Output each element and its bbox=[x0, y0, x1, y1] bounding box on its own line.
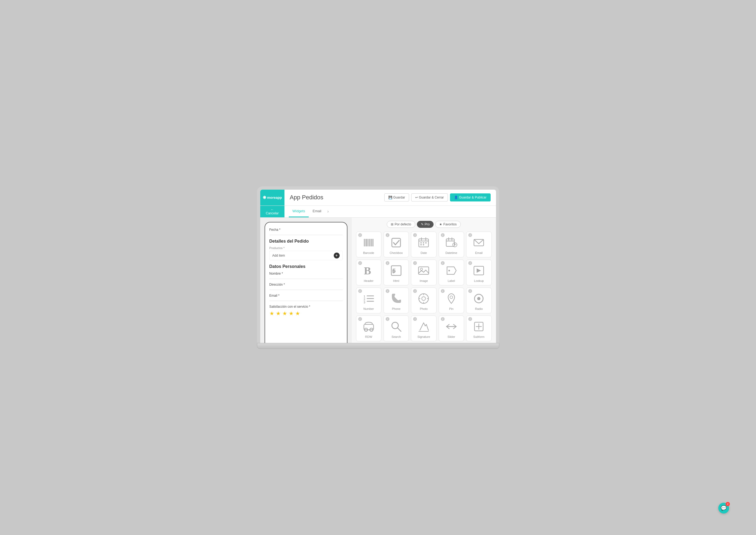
svg-point-48 bbox=[450, 296, 453, 298]
satisfaction-field: Satisfacción con el servicio * ★ ★ ★ ★ ★ bbox=[269, 305, 343, 317]
cancel-button[interactable]: ← Cancelar bbox=[260, 206, 284, 217]
products-field: Productos * Add item + bbox=[269, 246, 343, 260]
svg-rect-7 bbox=[373, 239, 374, 246]
signature-icon bbox=[417, 320, 431, 333]
barcode-label: Barcode bbox=[363, 251, 374, 254]
widget-label[interactable]: i Label bbox=[439, 260, 464, 285]
svg-rect-1 bbox=[365, 239, 366, 246]
nombre-label: Nombre * bbox=[269, 272, 343, 275]
phone-label: Phone bbox=[392, 307, 400, 310]
widget-checkbox[interactable]: i Checkbox bbox=[384, 232, 409, 257]
filter-default[interactable]: ⊞ Por defecto bbox=[387, 221, 415, 228]
widget-radio[interactable]: i Radio bbox=[466, 288, 491, 313]
widget-lookup-info: i bbox=[468, 261, 472, 265]
number-icon: 1 2 3 bbox=[362, 292, 376, 306]
widget-search-info: i bbox=[386, 317, 390, 321]
filter-favorites-label: Favoritos bbox=[443, 222, 456, 226]
save-close-button[interactable]: ↩ Guardar & Cerrar bbox=[411, 193, 448, 202]
svg-text:B: B bbox=[364, 265, 371, 276]
widget-subform[interactable]: i Subform bbox=[466, 316, 491, 341]
widget-slider[interactable]: i Slider bbox=[439, 316, 464, 341]
widget-image[interactable]: i Image bbox=[411, 260, 436, 285]
header-label: Header bbox=[364, 279, 374, 282]
star-1[interactable]: ★ bbox=[269, 310, 274, 317]
add-item-text: Add item bbox=[272, 254, 285, 257]
star-3[interactable]: ★ bbox=[282, 310, 287, 317]
filter-favorites[interactable]: ★ Favoritos bbox=[435, 221, 460, 228]
save-button[interactable]: 💾 Guardar bbox=[384, 193, 409, 202]
widget-email[interactable]: i Email bbox=[466, 232, 491, 257]
svg-point-50 bbox=[477, 297, 480, 300]
laptop-base bbox=[257, 343, 499, 349]
nombre-input[interactable] bbox=[269, 276, 343, 279]
widget-date[interactable]: i bbox=[411, 232, 436, 257]
slider-label: Slider bbox=[448, 335, 455, 338]
tab-more[interactable]: › bbox=[325, 209, 331, 214]
star-4[interactable]: ★ bbox=[289, 310, 294, 317]
widget-phone[interactable]: i Phone bbox=[384, 288, 409, 313]
direccion-input[interactable] bbox=[269, 288, 343, 290]
sidebar-brand: ❋ moreapp bbox=[260, 190, 284, 206]
widget-header[interactable]: i B Header bbox=[356, 260, 381, 285]
products-label: Productos * bbox=[269, 246, 343, 250]
widget-number[interactable]: i 1 2 3 Num bbox=[356, 288, 381, 313]
widget-rdw[interactable]: i RDW bbox=[356, 316, 381, 341]
save-publish-button[interactable]: 👤 Guardar & Publicar bbox=[450, 193, 490, 202]
svg-rect-15 bbox=[425, 242, 426, 243]
widget-datetime-info: i bbox=[441, 233, 445, 237]
widget-search[interactable]: i Search bbox=[384, 316, 409, 341]
stars-rating[interactable]: ★ ★ ★ ★ ★ bbox=[269, 310, 343, 317]
widget-subform-info: i bbox=[468, 317, 472, 321]
widget-slider-info: i bbox=[441, 317, 445, 321]
filter-pro-label: Pro bbox=[425, 222, 430, 226]
email-input[interactable] bbox=[269, 298, 343, 301]
date-icon bbox=[417, 236, 431, 250]
brand-text: ❋ moreapp bbox=[263, 195, 282, 200]
html-label: Html bbox=[393, 279, 399, 282]
svg-rect-4 bbox=[369, 239, 370, 246]
svg-rect-51 bbox=[364, 324, 374, 330]
tab-email[interactable]: Email bbox=[309, 206, 325, 217]
pin-icon bbox=[444, 292, 458, 306]
widget-header-info: i bbox=[358, 261, 362, 265]
tabs: Widgets Email › bbox=[284, 206, 496, 217]
widget-photo[interactable]: i Photo bbox=[411, 288, 436, 313]
widget-barcode-info: i bbox=[358, 233, 362, 237]
filter-pro[interactable]: ✎ Pro bbox=[417, 221, 434, 228]
nombre-field: Nombre * bbox=[269, 272, 343, 279]
widget-html-info: i bbox=[386, 261, 390, 265]
barcode-icon bbox=[362, 236, 376, 250]
photo-label: Photo bbox=[420, 307, 428, 310]
chat-button[interactable]: 💬 2 bbox=[718, 503, 729, 514]
widget-signature-info: i bbox=[413, 317, 417, 321]
star-5[interactable]: ★ bbox=[295, 310, 300, 317]
checkbox-icon bbox=[389, 236, 403, 250]
tab-widgets[interactable]: Widgets bbox=[289, 206, 309, 217]
app-container: ❋ moreapp App Pedidos 💾 Guardar ↩ Guarda… bbox=[260, 190, 496, 343]
widget-number-info: i bbox=[358, 289, 362, 293]
date-input[interactable] bbox=[269, 233, 343, 235]
chat-icon: 💬 bbox=[721, 505, 727, 511]
widget-pin[interactable]: i Pin bbox=[439, 288, 464, 313]
date-label-widget: Date bbox=[421, 251, 427, 254]
star-2[interactable]: ★ bbox=[276, 310, 281, 317]
search-icon bbox=[389, 320, 403, 333]
lookup-label: Lookup bbox=[474, 279, 484, 282]
add-item-button[interactable]: + bbox=[334, 253, 340, 259]
widget-image-info: i bbox=[413, 261, 417, 265]
signature-label: Signature bbox=[418, 335, 430, 338]
widget-html[interactable]: i 5 5 Html bbox=[384, 260, 409, 285]
section2-title: Datos Personales bbox=[269, 264, 343, 269]
svg-rect-3 bbox=[368, 239, 368, 246]
widget-datetime[interactable]: i bbox=[439, 232, 464, 257]
filter-default-label: Por defecto bbox=[394, 222, 411, 226]
filter-pro-icon: ✎ bbox=[421, 222, 423, 226]
widget-pin-info: i bbox=[441, 289, 445, 293]
email-field: Email * bbox=[269, 294, 343, 301]
widget-lookup[interactable]: i Lookup bbox=[466, 260, 491, 285]
widget-barcode[interactable]: i bbox=[356, 232, 381, 257]
brand-name: moreapp bbox=[267, 196, 282, 200]
header-actions: 💾 Guardar ↩ Guardar & Cerrar 👤 Guardar &… bbox=[384, 193, 491, 202]
image-icon bbox=[417, 264, 431, 278]
widget-signature[interactable]: i Signature bbox=[411, 316, 436, 341]
